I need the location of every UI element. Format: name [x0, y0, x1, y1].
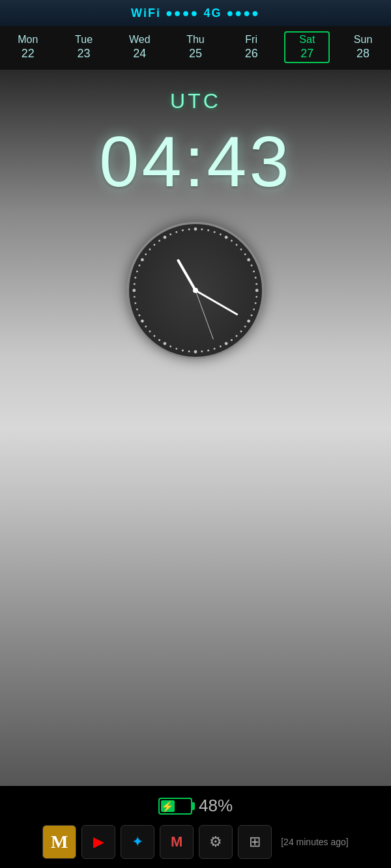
svg-point-3 [214, 231, 216, 233]
app-icon-youtube[interactable]: ▶ [81, 825, 115, 859]
battery-fill: ⚡ [161, 800, 175, 812]
day-name: Thu [186, 34, 205, 46]
svg-point-48 [136, 270, 138, 272]
svg-point-26 [220, 346, 222, 348]
status-text: WiFi ●●●● 4G ●●●● [131, 7, 260, 20]
app-icon-mcdonald-s[interactable]: M [42, 825, 76, 859]
digital-clock: 04:43 [99, 120, 291, 203]
app-icon-calendar-app[interactable]: ⊞ [238, 825, 272, 859]
svg-point-56 [169, 233, 171, 235]
svg-point-20 [247, 320, 250, 323]
svg-point-19 [251, 315, 253, 316]
svg-point-47 [134, 277, 136, 279]
app-icon-navigation[interactable]: ✦ [121, 825, 154, 859]
calendar-day-mon[interactable]: Mon 22 [5, 34, 51, 61]
app-icon-label: M [171, 833, 182, 850]
app-icon-settings[interactable]: ⚙ [199, 825, 233, 859]
svg-point-10 [247, 258, 250, 261]
svg-point-55 [163, 236, 166, 239]
svg-point-58 [182, 229, 184, 231]
clock-center [193, 288, 198, 293]
svg-point-11 [251, 264, 253, 266]
last-update-text: [24 minutes ago] [281, 837, 349, 847]
svg-point-40 [141, 320, 144, 323]
svg-point-52 [149, 248, 151, 250]
svg-point-41 [138, 315, 140, 316]
svg-point-54 [158, 240, 160, 242]
svg-point-36 [158, 339, 160, 341]
calendar-day-thu[interactable]: Thu 25 [173, 34, 218, 61]
svg-point-46 [134, 283, 136, 285]
svg-point-49 [138, 264, 140, 266]
app-icon-label: ▶ [93, 833, 104, 850]
app-icon-label: ⊞ [249, 833, 261, 850]
svg-point-6 [231, 240, 233, 242]
day-num: 22 [22, 47, 35, 61]
svg-point-5 [225, 236, 228, 239]
svg-point-50 [141, 258, 144, 261]
svg-point-27 [214, 348, 216, 350]
svg-point-29 [201, 350, 203, 352]
svg-point-35 [163, 342, 166, 345]
svg-point-30 [194, 350, 197, 354]
svg-point-25 [225, 342, 228, 345]
svg-point-53 [153, 244, 155, 246]
day-num: 23 [78, 47, 91, 61]
app-icons-row: M▶✦M⚙⊞[24 minutes ago] [0, 825, 391, 859]
svg-point-9 [244, 253, 246, 255]
svg-point-7 [236, 244, 238, 246]
svg-point-14 [255, 283, 257, 285]
svg-point-39 [145, 326, 147, 328]
day-name: Sun [354, 34, 372, 46]
svg-point-34 [169, 346, 171, 348]
svg-point-31 [188, 350, 190, 352]
day-num: 25 [189, 47, 202, 61]
day-name: Wed [129, 34, 151, 46]
app-icon-gmail[interactable]: M [160, 825, 194, 859]
day-name: Sat [299, 34, 315, 46]
calendar-day-sat[interactable]: Sat 27 [284, 31, 330, 63]
app-icon-label: ⚙ [209, 833, 222, 850]
day-name: Tue [75, 34, 93, 46]
svg-point-22 [240, 331, 242, 333]
calendar-bar: Mon 22 Tue 23 Wed 24 Thu 25 Fri 26 Sat 2… [0, 26, 391, 70]
svg-point-45 [132, 289, 136, 292]
svg-point-43 [134, 302, 136, 304]
svg-point-32 [182, 350, 184, 352]
svg-point-24 [231, 339, 233, 341]
day-num: 26 [245, 47, 258, 61]
calendar-day-fri[interactable]: Fri 26 [229, 34, 274, 61]
day-num: 27 [300, 47, 313, 61]
svg-point-2 [207, 229, 209, 231]
battery-percent: 48% [199, 796, 233, 816]
battery-row: ⚡ 48% [158, 796, 233, 816]
svg-point-8 [240, 248, 242, 250]
svg-point-17 [255, 302, 257, 304]
svg-point-38 [149, 331, 151, 333]
main-area: UTC 04:43 [0, 70, 391, 786]
svg-point-44 [134, 296, 136, 298]
svg-point-33 [175, 348, 177, 350]
svg-point-0 [194, 227, 197, 231]
app-icon-label: M [51, 832, 68, 852]
svg-point-4 [220, 233, 222, 235]
svg-point-18 [253, 309, 255, 311]
calendar-day-tue[interactable]: Tue 23 [61, 34, 107, 61]
status-bar: WiFi ●●●● 4G ●●●● [0, 0, 391, 26]
battery-icon: ⚡ [158, 798, 192, 815]
battery-bolt-icon: ⚡ [161, 801, 174, 812]
timezone-label: UTC [170, 89, 221, 113]
calendar-day-sun[interactable]: Sun 28 [340, 34, 386, 61]
day-num: 24 [133, 47, 146, 61]
svg-point-13 [255, 277, 257, 279]
day-name: Fri [245, 34, 257, 46]
svg-point-21 [244, 326, 246, 328]
clock-face [127, 222, 264, 359]
svg-point-37 [153, 335, 155, 337]
calendar-day-wed[interactable]: Wed 24 [117, 34, 162, 61]
bottom-bar: ⚡ 48% M▶✦M⚙⊞[24 minutes ago] [0, 786, 391, 865]
svg-point-51 [145, 253, 147, 255]
svg-point-1 [201, 229, 203, 231]
svg-point-15 [255, 289, 259, 292]
day-num: 28 [356, 47, 369, 61]
